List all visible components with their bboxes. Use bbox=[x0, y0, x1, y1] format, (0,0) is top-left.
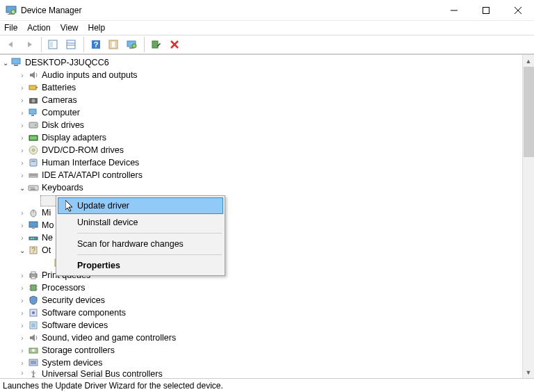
expand-chevron-icon[interactable]: › bbox=[17, 147, 28, 154]
cm-properties[interactable]: Properties bbox=[58, 257, 223, 274]
tree-row[interactable]: ›Software devices bbox=[0, 319, 522, 332]
tree-row[interactable]: ›Computer bbox=[0, 106, 522, 119]
menu-file[interactable]: File bbox=[4, 23, 17, 33]
tree-row[interactable]: ›Sound, video and game controllers bbox=[0, 332, 522, 344]
forward-button[interactable] bbox=[21, 36, 38, 53]
tree-row[interactable]: ›DVD/CD-ROM drives bbox=[0, 144, 522, 156]
menu-bar: File Action View Help bbox=[0, 21, 534, 35]
minimize-button[interactable] bbox=[438, 0, 470, 21]
menu-action[interactable]: Action bbox=[27, 23, 50, 33]
expand-chevron-icon[interactable]: › bbox=[17, 309, 28, 317]
properties-pane-button[interactable] bbox=[63, 36, 80, 53]
svg-rect-63 bbox=[31, 272, 35, 274]
status-bar: Launches the Update Driver Wizard for th… bbox=[0, 378, 534, 392]
tree-item-label: System devices bbox=[42, 358, 103, 368]
tree-row[interactable]: ›System devices bbox=[0, 357, 522, 369]
tree-item-label: Keyboards bbox=[42, 183, 83, 193]
expand-chevron-icon[interactable]: › bbox=[17, 209, 28, 217]
expand-chevron-icon[interactable]: › bbox=[17, 72, 28, 79]
expand-chevron-icon[interactable]: › bbox=[17, 297, 28, 304]
cm-label: Uninstall device bbox=[77, 218, 138, 227]
close-button[interactable] bbox=[502, 0, 534, 21]
help-button[interactable]: ? bbox=[88, 36, 104, 53]
audio-icon bbox=[28, 70, 39, 81]
cm-separator bbox=[77, 254, 222, 255]
expand-chevron-icon[interactable]: › bbox=[17, 172, 28, 179]
expand-chevron-icon[interactable]: › bbox=[17, 359, 28, 367]
expand-chevron-icon[interactable]: › bbox=[17, 322, 28, 329]
swdev-icon bbox=[28, 320, 39, 331]
expand-chevron-icon[interactable]: › bbox=[17, 272, 28, 279]
cm-update-driver[interactable]: Update driver bbox=[58, 197, 223, 214]
cm-scan[interactable]: Scan for hardware changes bbox=[58, 236, 223, 252]
maximize-button[interactable] bbox=[470, 0, 502, 21]
expand-chevron-icon[interactable]: › bbox=[17, 159, 28, 167]
scroll-up-button[interactable]: ▲ bbox=[523, 55, 534, 67]
svg-rect-34 bbox=[30, 136, 37, 140]
tree-item-label: Human Interface Devices bbox=[42, 158, 139, 168]
delete-button[interactable] bbox=[166, 36, 183, 53]
scroll-down-button[interactable]: ▼ bbox=[523, 366, 534, 378]
printer-icon bbox=[28, 270, 39, 281]
tree-row[interactable]: ›Cameras bbox=[0, 94, 522, 106]
back-button[interactable] bbox=[3, 36, 19, 53]
expand-chevron-icon[interactable]: › bbox=[17, 122, 28, 129]
expand-chevron-icon[interactable]: › bbox=[17, 134, 28, 142]
expand-chevron-icon[interactable]: ⌄ bbox=[17, 247, 28, 254]
expand-chevron-icon[interactable]: › bbox=[17, 109, 28, 117]
expand-chevron-icon[interactable]: › bbox=[17, 234, 28, 242]
tree-row[interactable]: ›Security devices bbox=[0, 294, 522, 307]
tree-row[interactable]: ›Software components bbox=[0, 307, 522, 319]
svg-rect-73 bbox=[31, 323, 35, 327]
expand-chevron-icon[interactable]: › bbox=[17, 97, 28, 104]
swcomp-icon bbox=[28, 307, 39, 318]
expand-chevron-icon[interactable]: › bbox=[17, 347, 28, 354]
expand-chevron-icon[interactable]: ⌄ bbox=[0, 59, 11, 67]
menu-view[interactable]: View bbox=[60, 23, 79, 33]
device-tree-container: ⌄DESKTOP-J3UQCC6›Audio inputs and output… bbox=[0, 54, 534, 378]
svg-rect-26 bbox=[36, 87, 38, 88]
expand-chevron-icon[interactable]: › bbox=[17, 334, 28, 342]
svg-rect-31 bbox=[29, 122, 38, 128]
svg-point-36 bbox=[33, 149, 35, 152]
tree-row[interactable]: ⌄DESKTOP-J3UQCC6 bbox=[0, 56, 522, 69]
tree-item-label: Software components bbox=[42, 308, 126, 318]
tree-item-label: Mo bbox=[42, 220, 54, 230]
scroll-thumb[interactable] bbox=[524, 67, 534, 157]
svg-rect-45 bbox=[31, 189, 35, 190]
expand-chevron-icon[interactable]: › bbox=[17, 369, 28, 377]
tree-row[interactable]: ›Batteries bbox=[0, 81, 522, 94]
update-driver-button[interactable] bbox=[124, 36, 140, 53]
tree-row[interactable]: ›Audio inputs and outputs bbox=[0, 69, 522, 81]
toolbar-separator bbox=[144, 37, 145, 52]
tree-row[interactable]: ›Display adapters bbox=[0, 131, 522, 144]
title-bar: Device Manager bbox=[0, 0, 534, 21]
tree-row[interactable]: ›Storage controllers bbox=[0, 344, 522, 357]
audio-icon bbox=[28, 332, 39, 343]
expand-chevron-icon[interactable]: ⌄ bbox=[17, 184, 28, 192]
add-legacy-button[interactable] bbox=[148, 36, 165, 53]
tree-row[interactable]: ›Universal Serial Bus controllers bbox=[0, 369, 522, 377]
svg-rect-43 bbox=[32, 187, 33, 188]
menu-help[interactable]: Help bbox=[88, 23, 106, 33]
expand-chevron-icon[interactable]: › bbox=[17, 222, 28, 229]
keyboard-icon bbox=[28, 182, 39, 193]
expand-chevron-icon[interactable]: › bbox=[17, 84, 28, 92]
tree-row[interactable]: ⌄Keyboards bbox=[0, 181, 522, 194]
svg-rect-23 bbox=[12, 58, 20, 64]
show-hidden-button[interactable] bbox=[45, 36, 62, 53]
scan-button[interactable] bbox=[106, 36, 122, 53]
tree-item-label: Sound, video and game controllers bbox=[42, 333, 176, 343]
tree-row[interactable]: ›Processors bbox=[0, 281, 522, 294]
tree-row[interactable]: ›IDE ATA/ATAPI controllers bbox=[0, 169, 522, 181]
tree-row[interactable]: ›Disk drives bbox=[0, 119, 522, 131]
tree-row[interactable]: ›Human Interface Devices bbox=[0, 156, 522, 169]
svg-rect-25 bbox=[29, 85, 36, 90]
expand-chevron-icon[interactable]: › bbox=[17, 284, 28, 292]
svg-rect-77 bbox=[31, 361, 36, 364]
svg-point-71 bbox=[32, 311, 35, 314]
vertical-scrollbar[interactable]: ▲ ▼ bbox=[522, 55, 534, 378]
cm-uninstall[interactable]: Uninstall device bbox=[58, 214, 223, 231]
dvd-icon bbox=[28, 145, 39, 156]
pc-icon bbox=[11, 57, 22, 68]
